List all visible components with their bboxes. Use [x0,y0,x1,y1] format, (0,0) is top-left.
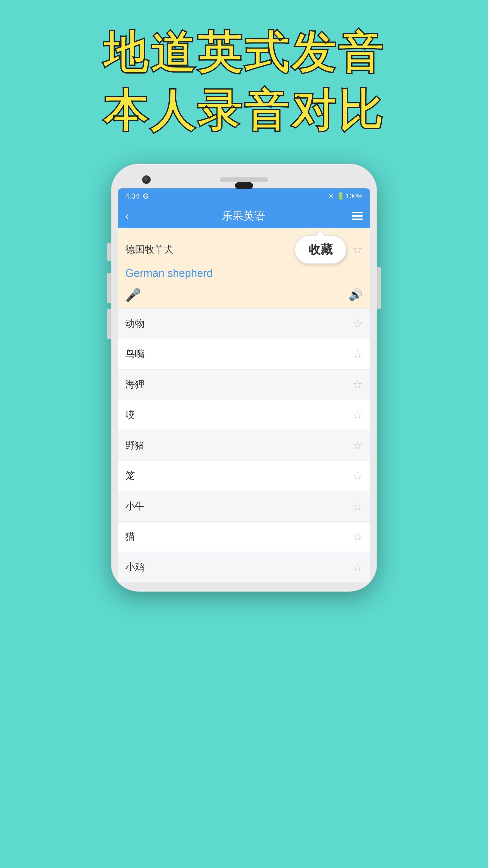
hero-line-2: 本人录音对比 [103,82,385,140]
menu-line-2 [352,215,363,217]
star-icon-9[interactable]: ☆ [352,561,363,573]
battery-icon-symbol: 🔋 [336,192,345,200]
side-button-power [377,267,381,309]
speaker-icon[interactable]: 🔊 [349,288,363,301]
star-icon-5[interactable]: ☆ [352,440,363,451]
battery-indicator: 🔋 100% [336,192,363,200]
star-icon-8[interactable]: ☆ [352,531,363,542]
side-button-vol-up [107,273,111,303]
list-item-8[interactable]: 猫 ☆ [118,522,370,552]
item-chinese-4: 咬 [125,408,135,422]
item-chinese-8: 猫 [125,530,135,544]
phone-screen: 4:34 G ✕ 🔋 100% ‹ 乐果英语 [118,188,370,583]
list-item-expanded[interactable]: 德国牧羊犬 收藏 ☆ German shepherd 🎤 🔊 [118,228,370,309]
side-button-vol-down [107,309,111,339]
star-icon-7[interactable]: ☆ [352,501,363,512]
expanded-right: 收藏 ☆ [295,236,363,264]
back-button[interactable]: ‹ [125,210,129,222]
item-chinese-9: 小鸡 [125,561,144,574]
phone-mockup: 4:34 G ✕ 🔋 100% ‹ 乐果英语 [111,164,377,591]
hero-section: 地道英式发音 本人录音对比 [103,24,385,140]
list-item-1[interactable]: 动物 ☆ [118,309,370,339]
google-icon: G [143,192,149,200]
list-item-2[interactable]: 鸟嘴 ☆ [118,339,370,370]
item-chinese-3: 海狸 [125,378,144,391]
phone-shell: 4:34 G ✕ 🔋 100% ‹ 乐果英语 [111,164,377,591]
list-item-4[interactable]: 咬 ☆ [118,400,370,430]
hero-line-1: 地道英式发音 [103,24,385,82]
side-button-mute [107,243,111,261]
item-chinese-5: 野猪 [125,439,144,452]
item-english-0: German shepherd [118,267,370,284]
item-chinese-2: 鸟嘴 [125,347,144,361]
phone-top-bar [118,173,370,188]
star-icon-1[interactable]: ☆ [352,318,363,330]
item-chinese-6: 笼 [125,469,135,483]
front-camera [142,176,151,184]
battery-percent: 100% [346,192,363,200]
item-chinese-7: 小牛 [125,500,144,513]
status-bar: 4:34 G ✕ 🔋 100% [118,188,370,204]
star-icon-4[interactable]: ☆ [352,409,363,421]
status-right: ✕ 🔋 100% [328,192,363,200]
app-title: 乐果英语 [135,209,352,223]
front-sensor [235,182,253,189]
star-icon-0[interactable]: ☆ [352,244,363,255]
earpiece-speaker [220,177,268,182]
microphone-icon[interactable]: 🎤 [125,287,141,302]
star-icon-2[interactable]: ☆ [352,348,363,360]
star-icon-6[interactable]: ☆ [352,470,363,482]
item-chinese-0: 德国牧羊犬 [125,243,173,256]
app-header: ‹ 乐果英语 [118,204,370,228]
menu-line-1 [352,212,363,213]
signal-icon: ✕ [328,192,333,200]
star-icon-3[interactable]: ☆ [352,379,363,390]
audio-controls: 🎤 🔊 [118,284,370,308]
favorite-tooltip[interactable]: 收藏 [295,236,347,264]
expanded-top-row: 德国牧羊犬 收藏 ☆ [118,228,370,267]
word-list: 德国牧羊犬 收藏 ☆ German shepherd 🎤 🔊 动物 [118,228,370,583]
list-item-6[interactable]: 笼 ☆ [118,461,370,491]
status-left: 4:34 G [125,192,149,200]
list-item-7[interactable]: 小牛 ☆ [118,491,370,522]
list-item-5[interactable]: 野猪 ☆ [118,430,370,461]
menu-button[interactable] [352,212,363,220]
list-item-3[interactable]: 海狸 ☆ [118,370,370,400]
item-chinese-1: 动物 [125,317,144,330]
status-time: 4:34 [125,192,139,200]
list-item-9[interactable]: 小鸡 ☆ [118,552,370,583]
menu-line-3 [352,218,363,220]
